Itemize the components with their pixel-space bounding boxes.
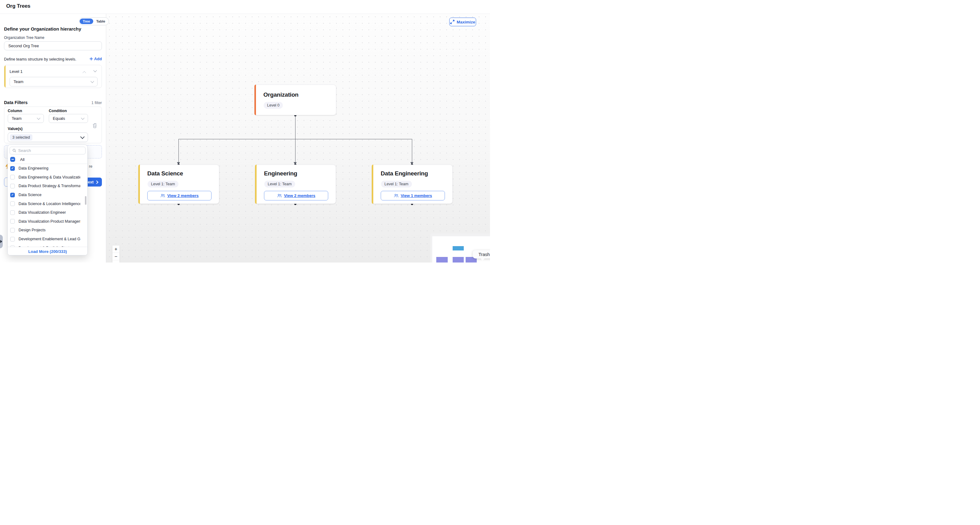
values-dropdown: Search All Data Engineering Data Enginee… [7,145,88,255]
dropdown-option[interactable]: Design Projects [8,226,88,235]
members-icon [394,194,399,198]
expand-panel-handle[interactable] [0,235,3,248]
arrow-right-icon [0,240,2,243]
node-accent [372,165,373,204]
chevron-right-icon [95,180,98,184]
select-all-row[interactable]: All [8,155,88,164]
checkbox-unchecked[interactable] [10,201,15,206]
select-all-checkbox-indeterminate[interactable] [10,157,15,162]
dropdown-option-partial[interactable]: Development & Portfolio Strat... [8,243,88,247]
filter-count: 1 filter [91,101,102,105]
chevron-down-icon [91,80,94,83]
level-card: Level 1 Team [4,65,102,88]
page-header: Org Trees [0,0,490,14]
node-accent [255,84,256,115]
checkbox-unchecked[interactable] [10,228,15,232]
config-sidebar: Tree Table Define your Organization hier… [0,14,106,262]
add-level-button[interactable]: Add [89,57,102,61]
view-members-button[interactable]: View 2 members [147,191,212,200]
checkbox-checked[interactable] [10,193,15,197]
view-members-button[interactable]: View 2 members [264,191,328,200]
values-label: Value(s) [8,127,22,131]
plus-icon [89,57,93,60]
dropdown-option[interactable]: Data Visualization Product Managem... [8,217,88,226]
column-label: Column [8,109,22,113]
maximize-expand-icon [450,20,455,24]
dropdown-option[interactable]: Data Product Strategy & Transformat... [8,181,88,191]
checkbox-unchecked[interactable] [10,219,15,224]
checkbox-unchecked[interactable] [10,210,15,215]
maximize-button[interactable]: Maximize [449,18,476,26]
minimap-child-node [436,257,448,262]
minimap-child-node [453,257,464,262]
dropdown-option-list: Data Engineering Data Engineering & Data… [8,164,88,247]
org-tree-canvas[interactable]: Maximize Organization Level 0 Data Scien… [106,14,490,262]
view-members-button[interactable]: View 1 members [381,191,445,200]
selected-count-tag: 3 selected [10,134,32,140]
org-node-data-engineering[interactable]: Data Engineering Level 1: Team View 1 me… [372,165,453,204]
node-title: Engineering [264,170,298,177]
node-title: Data Science [147,170,183,177]
zoom-out-button[interactable]: − [112,253,119,260]
tooltip-pointer [480,258,485,261]
trash-tooltip: Trash [473,250,490,258]
dropdown-option[interactable]: Data Science [8,191,88,199]
move-level-down-button[interactable] [93,68,97,72]
delete-filter-trash-icon[interactable] [92,123,97,128]
dropdown-option[interactable]: Data Science & Location Intelligence [8,199,88,208]
chevron-down-icon [37,116,40,119]
org-trees-app: Org Trees Tree Table Define your Organiz… [0,0,490,262]
dropdown-scrollbar[interactable] [85,196,86,205]
dropdown-footer: Load More (200/333) [8,247,88,255]
dropdown-option[interactable]: Data Engineering [8,164,88,173]
dropdown-option[interactable]: Development Enablement & Lead Ge... [8,235,88,243]
search-icon [12,148,16,153]
obscured-text-fragment: re [89,164,92,169]
load-more-button[interactable]: Load More (200/333) [29,249,67,254]
org-node-engineering[interactable]: Engineering Level 1: Team View 2 members [255,165,336,204]
node-accent [138,165,140,204]
dropdown-option[interactable]: Data Engineering & Data Visualization [8,173,88,182]
connector-line [295,139,296,162]
tree-name-input[interactable]: Second Org Tree [4,41,102,50]
connector-line [295,115,296,139]
checkbox-unchecked[interactable] [10,237,15,242]
page-title: Org Trees [6,3,30,9]
search-placeholder: Search [18,148,31,153]
data-filters-heading: Data Filters [4,100,27,105]
dropdown-search-input[interactable]: Search [10,147,86,154]
level-card-accent [4,65,6,88]
move-level-up-button[interactable] [83,71,86,75]
tree-name-value: Second Org Tree [8,43,39,48]
chevron-down-icon [81,116,84,119]
filter-column-select[interactable]: Team [8,114,44,123]
members-icon [277,194,282,198]
chevron-down-icon [80,135,84,139]
filter-condition-select[interactable]: Equals [49,114,88,123]
node-level-badge: Level 1: Team [264,181,295,188]
filter-card: Column Condition Team Equals Value(s) 3 … [4,107,102,143]
fit-view-button[interactable] [112,260,119,262]
node-level-badge: Level 1: Team [148,181,178,188]
zoom-in-button[interactable]: + [112,245,119,253]
filter-values-select[interactable]: 3 selected [8,132,88,142]
tree-name-label: Organization Tree Name [4,35,45,40]
view-toggle: Tree Table [79,17,109,25]
node-level-badge: Level 1: Team [381,181,412,188]
node-accent [255,165,256,204]
org-node-data-science[interactable]: Data Science Level 1: Team View 2 member… [138,165,219,204]
node-level-badge: Level 0 [264,102,283,109]
hierarchy-heading: Define your Organization hierarchy [4,26,81,32]
node-title: Organization [263,91,299,98]
org-node-root[interactable]: Organization Level 0 [255,84,336,115]
dropdown-option[interactable]: Data Visualization Engineer [8,208,88,217]
tab-tree-view[interactable]: Tree [80,19,93,24]
levels-hint: Define teams structure by selecting leve… [4,57,76,62]
tab-table-view[interactable]: Table [93,19,108,24]
checkbox-checked[interactable] [10,166,15,171]
minimap-root-node [453,246,464,250]
zoom-controls: + − [112,245,119,262]
level-type-select[interactable]: Team [10,77,97,86]
checkbox-unchecked[interactable] [10,184,15,188]
checkbox-unchecked[interactable] [10,175,15,180]
